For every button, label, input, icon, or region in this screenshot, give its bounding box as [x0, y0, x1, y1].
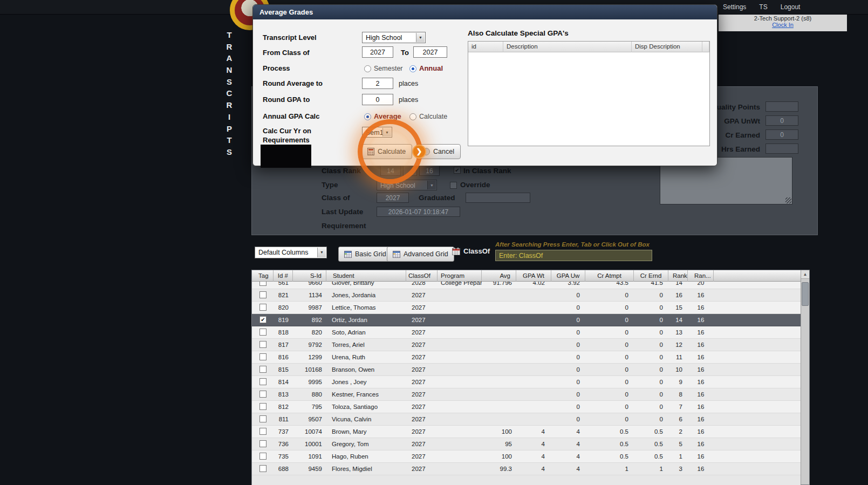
column-header-student[interactable]: Student [326, 270, 406, 282]
column-header-cr_atmpt[interactable]: Cr Atmpt [585, 270, 634, 282]
class-rank-of-input[interactable] [419, 166, 440, 176]
column-header-gpa_uw[interactable]: GPA Uw [551, 270, 585, 282]
annual-radio[interactable] [409, 65, 416, 72]
special-gpa-column-spacer [702, 42, 709, 52]
table-row[interactable]: 8211134Jones, Jordania20270001616 [252, 289, 801, 302]
table-row[interactable]: 7351091Hago, Ruben2027100440.50.5116 [252, 450, 801, 463]
row-tag-checkbox[interactable] [259, 282, 266, 286]
table-row[interactable]: 813880Kestner, Frances2027000816 [252, 388, 801, 401]
override-checkbox[interactable] [450, 182, 457, 189]
column-header-gpa_wt[interactable]: GPA Wt [516, 270, 551, 282]
table-row[interactable]: 5619660Glover, Brittany2028College Prepa… [252, 282, 801, 289]
scrollbar-thumb[interactable] [802, 282, 809, 306]
row-tag-checkbox[interactable] [259, 465, 266, 472]
row-tag-checkbox[interactable] [259, 378, 266, 385]
cell-student: Jones , Joey [326, 376, 406, 388]
semester-radio[interactable] [364, 65, 371, 72]
class-rank-input[interactable] [380, 166, 401, 176]
gpa-unwt-input[interactable] [766, 115, 798, 126]
table-row[interactable]: 6889459Flores, Migdiel202799.34411316 [252, 463, 801, 475]
basic-grid-button[interactable]: Basic Grid [338, 247, 392, 262]
row-tag-checkbox[interactable] [259, 366, 266, 373]
cell-gpa_uw: 0 [551, 351, 585, 364]
cell-avg [482, 351, 516, 364]
table-row[interactable]: ✔819892Ortiz, Jordan20270001416 [252, 314, 801, 326]
column-header-program[interactable]: Program [438, 270, 482, 282]
menu-item-ts[interactable]: TS [759, 3, 767, 11]
calculate-button[interactable]: Calculate [361, 144, 412, 159]
calculate-button-label: Calculate [378, 148, 406, 155]
row-tag-checkbox[interactable] [259, 440, 266, 447]
table-row[interactable]: 818820Soto, Adrian20270001316 [252, 326, 801, 339]
cell-avg [482, 339, 516, 351]
grid-scrollbar[interactable]: ▲ [801, 270, 809, 484]
graduated-input[interactable] [466, 193, 530, 203]
scroll-up-icon[interactable]: ▲ [801, 270, 809, 279]
type-select[interactable]: High School ▼ [377, 180, 437, 190]
class-rank-mid-input[interactable] [403, 166, 417, 176]
column-header-tag[interactable]: Tag [252, 270, 274, 282]
calc-cur-yr-select[interactable]: Sem1 ▼ [362, 127, 392, 138]
special-gpa-column-id: id [468, 42, 503, 52]
average-radio[interactable] [364, 113, 371, 120]
in-class-rank-checkbox[interactable]: ✔ [454, 167, 461, 174]
round-average-input[interactable] [362, 78, 393, 89]
to-label: To [401, 49, 409, 57]
cell-rank: 6 [668, 413, 688, 426]
quality-points-input[interactable] [766, 101, 798, 112]
dialog-title[interactable]: Average Grades [253, 5, 717, 19]
columns-select[interactable]: Default Columns ▼ [255, 247, 327, 258]
table-row[interactable]: 81510168Branson, Owen20270001016 [252, 364, 801, 376]
cell-classof: 2027 [406, 450, 438, 463]
to-class-input[interactable] [413, 46, 447, 58]
row-tag-checkbox[interactable] [259, 428, 266, 435]
cell-cr_ernd: 0 [634, 302, 668, 314]
semester-label[interactable]: Semester [374, 65, 403, 72]
row-tag-checkbox[interactable] [259, 329, 266, 336]
column-header-rank[interactable]: Rank [668, 270, 688, 282]
classof-search-input[interactable] [495, 250, 652, 261]
cell-program [438, 450, 482, 463]
row-tag-checkbox[interactable] [259, 415, 266, 422]
table-row[interactable]: 8149995Jones , Joey2027000916 [252, 376, 801, 388]
column-header-cr_ernd[interactable]: Cr Ernd [634, 270, 668, 282]
classof-button[interactable]: ClassOf [452, 247, 490, 255]
hrs-earned-input[interactable] [766, 144, 798, 154]
column-header-id[interactable]: Id # [274, 270, 293, 282]
table-row[interactable]: 73710074Brown, Mary2027100440.50.5216 [252, 426, 801, 438]
clock-in-link[interactable]: Clock In [719, 22, 847, 28]
table-row[interactable]: 812795Toloza, Santiago2027000716 [252, 401, 801, 413]
calculate-option-label[interactable]: Calculate [419, 113, 447, 120]
row-tag-checkbox[interactable]: ✔ [259, 316, 266, 323]
average-label[interactable]: Average [374, 112, 401, 120]
class-of-input[interactable] [377, 193, 409, 203]
column-header-sid[interactable]: S-Id [293, 270, 326, 282]
table-row[interactable]: 8161299Urena, Ruth20270001116 [252, 351, 801, 364]
table-row[interactable]: 73610001Gregory, Tom202795440.50.5516 [252, 438, 801, 450]
row-tag-checkbox[interactable] [259, 291, 266, 298]
table-row[interactable]: 8179792Torres, Ariel20270001216 [252, 339, 801, 351]
column-header-classof[interactable]: ClassOf [406, 270, 438, 282]
row-tag-checkbox[interactable] [259, 353, 266, 360]
advanced-grid-button[interactable]: Advanced Grid [387, 247, 454, 262]
row-tag-checkbox[interactable] [259, 304, 266, 311]
annual-label[interactable]: Annual [419, 64, 443, 72]
round-gpa-input[interactable] [362, 94, 393, 105]
calculate-radio[interactable] [409, 113, 416, 120]
from-class-input[interactable] [362, 46, 393, 58]
menu-item-logout[interactable]: Logout [781, 3, 801, 11]
last-update-input[interactable] [377, 207, 460, 217]
row-tag-checkbox[interactable] [259, 341, 266, 348]
resize-grip-icon[interactable] [785, 197, 791, 203]
transcript-level-select[interactable]: High School ▼ [362, 32, 426, 43]
column-header-avg[interactable]: Avg [482, 270, 516, 282]
menu-item-settings[interactable]: Settings [723, 3, 746, 11]
row-tag-checkbox[interactable] [259, 403, 266, 410]
row-tag-checkbox[interactable] [259, 391, 266, 398]
column-header-ran[interactable]: Ran... [688, 270, 714, 282]
table-row[interactable]: 8119507Vicuna, Calvin2027000616 [252, 413, 801, 426]
cancel-button[interactable]: Cancel [416, 144, 461, 159]
cr-earned-input[interactable] [766, 129, 798, 140]
table-row[interactable]: 8209987Lettice, Thomas20270001516 [252, 302, 801, 314]
row-tag-checkbox[interactable] [259, 453, 266, 460]
